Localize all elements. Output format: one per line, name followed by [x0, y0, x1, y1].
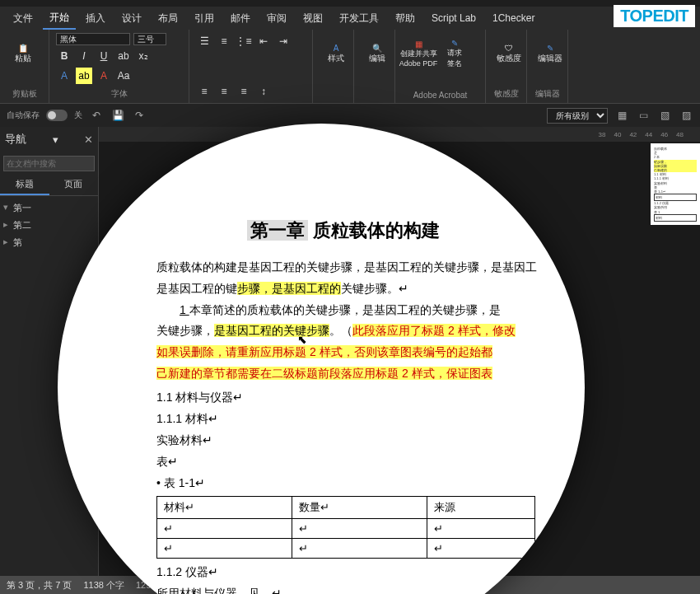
- watermark-logo: TOPEDIT: [614, 5, 695, 27]
- nav-title: 导航: [5, 132, 26, 147]
- text-run: 质粒载体的构建是基因工程的关键步骤，是基因工程的关键步骤，是基因工: [156, 260, 537, 274]
- sign-label: 请求 签名: [447, 48, 462, 69]
- search-icon: 🔍: [372, 44, 382, 53]
- ruler-mark: 38: [599, 131, 606, 138]
- doc-paragraph: 如果误删除，请重新应用标题 2 样式，否则该章图表编号的起始都: [156, 343, 568, 362]
- table-cell: ↵: [157, 538, 292, 558]
- subscript-button[interactable]: x₂: [135, 48, 152, 64]
- level-select[interactable]: 所有级别: [547, 108, 608, 124]
- highlighted-red-run: 如果误删除，请重新应用标题 2 样式，否则该章图表编号的起始都: [156, 345, 492, 358]
- nav-tab-headings[interactable]: 标题: [0, 175, 49, 195]
- font-group-label: 字体: [56, 88, 182, 100]
- text-run: 键步骤，是基因工程的关键步骤，是: [316, 303, 501, 316]
- word-count[interactable]: 1138 个字: [83, 579, 124, 592]
- qa-icon-2[interactable]: ▭: [636, 108, 651, 123]
- redo-button[interactable]: ↷: [132, 108, 147, 123]
- ruler-mark: 46: [660, 131, 668, 138]
- doc-paragraph: 表↵: [156, 455, 568, 470]
- menu-layout[interactable]: 布局: [152, 8, 184, 29]
- text-run: 关键步骤。↵: [341, 282, 408, 295]
- menu-file[interactable]: 文件: [7, 8, 40, 29]
- shield-icon: 🛡: [505, 44, 513, 53]
- doc-paragraph: 质粒载体的构建是基因工程的关键步骤，是基因工程的关键步骤，是基因工: [156, 258, 568, 278]
- doc-heading-1: 第一章 质粒载体的构建: [247, 218, 568, 243]
- editor-group-label: 编辑器: [534, 88, 561, 100]
- magnified-document: 第一章 质粒载体的构建 质粒载体的构建是基因工程的关键步骤，是基因工程的关键步骤…: [156, 218, 568, 594]
- page-count[interactable]: 第 3 页，共 7 页: [7, 579, 72, 592]
- quick-access-bar: 自动保存 关 ↶ 💾 ↷ 所有级别 ▦ ▭ ▧ ▨: [0, 104, 700, 127]
- request-sign-button[interactable]: ✎ 请求 签名: [438, 33, 471, 74]
- qa-icon-3[interactable]: ▧: [657, 108, 672, 123]
- nav-item-ch2[interactable]: 第二: [3, 217, 95, 234]
- nav-item-ch1[interactable]: 第一: [3, 199, 95, 217]
- highlighted-run: 是基因工程的关键步骤: [214, 324, 329, 337]
- doc-paragraph: 是基因工程的键步骤，是基因工程的关键步骤。↵: [156, 279, 568, 299]
- pdf-icon: ▦: [415, 40, 422, 49]
- align-center-button[interactable]: ≡: [216, 83, 232, 100]
- indent-inc-button[interactable]: ⇥: [275, 33, 292, 49]
- font-size-select[interactable]: [133, 33, 166, 45]
- menu-home[interactable]: 开始: [43, 7, 76, 30]
- indent-dec-button[interactable]: ⇤: [255, 33, 272, 49]
- sensitivity-btn-label: 敏感度: [497, 53, 521, 64]
- qa-icon-1[interactable]: ▦: [614, 108, 629, 123]
- ruler-mark: 40: [614, 131, 621, 138]
- list-number: 1: [180, 303, 189, 316]
- doc-paragraph: 1 本章简述的质粒载体的关键步骤，是基因工程的关键步骤，是: [156, 301, 568, 320]
- styles-button[interactable]: A 样式: [320, 33, 352, 74]
- table-cell: ↵: [292, 518, 427, 538]
- create-pdf-label: 创建并共享 Adobe PDF: [399, 49, 438, 68]
- menu-insert[interactable]: 插入: [79, 8, 112, 29]
- styles-label: 样式: [328, 53, 344, 64]
- editor-button[interactable]: ✎ 编辑器: [534, 33, 567, 74]
- edit-button[interactable]: 🔍 编辑: [361, 33, 394, 74]
- ruler-mark: 44: [645, 131, 652, 138]
- qa-icon-4[interactable]: ▨: [679, 108, 693, 123]
- nav-close-button[interactable]: ✕: [84, 133, 93, 146]
- undo-button[interactable]: ↶: [89, 108, 104, 123]
- doc-heading-3: 1.1.1 材料↵: [156, 412, 568, 427]
- align-left-button[interactable]: ≡: [196, 83, 212, 100]
- menu-devtools[interactable]: 开发工具: [333, 8, 385, 29]
- menu-help[interactable]: 帮助: [389, 8, 422, 29]
- menu-scriptlab[interactable]: Script Lab: [425, 9, 483, 27]
- numbering-button[interactable]: ≡: [216, 33, 232, 49]
- nav-tab-pages[interactable]: 页面: [49, 175, 99, 195]
- nav-search-input[interactable]: [3, 156, 95, 171]
- sensitivity-button[interactable]: 🛡 敏感度: [492, 33, 525, 74]
- nav-dropdown-icon[interactable]: ▾: [53, 133, 58, 146]
- font-name-select[interactable]: [56, 33, 130, 45]
- align-right-button[interactable]: ≡: [236, 83, 252, 100]
- italic-button[interactable]: I: [76, 48, 92, 64]
- menu-mailings[interactable]: 邮件: [224, 8, 257, 29]
- edit-label: 编辑: [369, 53, 385, 64]
- doc-table-caption: • 表 1-1↵: [156, 476, 568, 491]
- page-thumbnail[interactable]: 质粒载体 是 2 本 键步骤， 如果误删 己新建的 1.1 材料 1.1.1 材…: [651, 143, 700, 225]
- line-spacing-button[interactable]: ↕: [255, 83, 272, 100]
- multilevel-button[interactable]: ⋮≡: [236, 33, 252, 49]
- autosave-toggle[interactable]: [46, 110, 68, 121]
- change-case-button[interactable]: Aa: [115, 68, 132, 84]
- menu-references[interactable]: 引用: [188, 8, 221, 29]
- title-bar: [0, 0, 700, 7]
- bold-button[interactable]: B: [56, 48, 72, 64]
- bullets-button[interactable]: ☰: [196, 33, 212, 49]
- text-run: 是基因工程的键: [156, 282, 237, 295]
- paste-button[interactable]: 📋 粘贴: [7, 33, 40, 74]
- save-button[interactable]: 💾: [110, 108, 125, 123]
- font-color-button[interactable]: A: [56, 68, 72, 84]
- acrobat-group-label: Adobe Acrobat: [402, 91, 478, 100]
- menu-1checker[interactable]: 1Checker: [486, 9, 541, 27]
- menu-design[interactable]: 设计: [115, 8, 148, 29]
- menu-view[interactable]: 视图: [296, 8, 329, 29]
- highlighted-red-run: 此段落应用了标题 2 样式，修改: [352, 324, 516, 337]
- menu-review[interactable]: 审阅: [260, 8, 293, 29]
- highlight-button[interactable]: ab: [76, 68, 92, 84]
- underline-button[interactable]: U: [96, 48, 112, 64]
- font-color-red[interactable]: A: [96, 68, 112, 84]
- highlighted-red-run: 己新建的章节都需要在二级标题前段落应用标题 2 样式，保证图表: [156, 367, 492, 380]
- create-pdf-button[interactable]: ▦ 创建并共享 Adobe PDF: [402, 33, 435, 74]
- nav-item-ch3[interactable]: 第: [3, 234, 95, 251]
- strikethrough-button[interactable]: ab: [115, 48, 132, 64]
- paste-label: 粘贴: [15, 53, 31, 64]
